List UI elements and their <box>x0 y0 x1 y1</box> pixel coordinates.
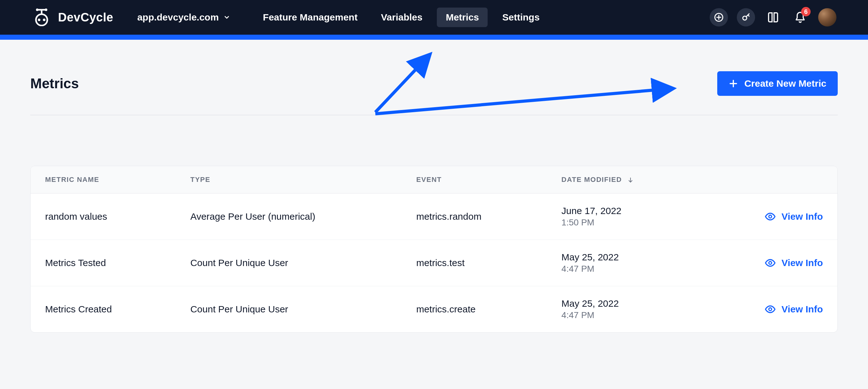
api-keys-button[interactable] <box>737 8 755 27</box>
time-value: 1:50 PM <box>561 218 694 228</box>
cell-name: Metrics Tested <box>31 240 176 286</box>
create-metric-label: Create New Metric <box>744 78 826 89</box>
view-info-link[interactable]: View Info <box>723 303 823 315</box>
chevron-down-icon <box>223 14 230 21</box>
metrics-table: METRIC NAME TYPE EVENT DATE MODIFIED ran… <box>31 166 837 332</box>
col-header-name[interactable]: METRIC NAME <box>31 166 176 194</box>
docs-button[interactable] <box>764 8 782 27</box>
col-header-actions <box>708 166 837 194</box>
cell-event: metrics.random <box>402 194 547 240</box>
cell-date: June 17, 2022 1:50 PM <box>547 194 708 240</box>
eye-icon <box>765 303 776 315</box>
cell-type: Count Per Unique User <box>176 240 402 286</box>
nav-metrics[interactable]: Metrics <box>437 7 488 27</box>
devcycle-logo-icon <box>32 8 52 26</box>
svg-line-12 <box>748 15 749 17</box>
view-info-label: View Info <box>782 258 823 268</box>
cell-date: May 25, 2022 4:47 PM <box>547 240 708 286</box>
page-header: Metrics Create New Metric <box>30 40 838 116</box>
svg-point-18 <box>769 215 772 218</box>
book-icon <box>767 11 779 23</box>
cell-type: Average Per User (numerical) <box>176 194 402 240</box>
time-value: 4:47 PM <box>561 264 694 274</box>
notifications-button[interactable]: 6 <box>791 8 809 27</box>
cell-type: Count Per Unique User <box>176 286 402 332</box>
top-nav: DevCycle app.devcycle.com Feature Manage… <box>0 0 868 35</box>
project-label: app.devcycle.com <box>137 12 219 23</box>
user-avatar[interactable] <box>818 8 836 27</box>
view-info-label: View Info <box>782 304 823 315</box>
svg-point-1 <box>38 19 40 21</box>
cell-actions: View Info <box>708 194 837 240</box>
brand-name: DevCycle <box>58 11 113 24</box>
plus-icon <box>728 79 738 88</box>
brand-logo[interactable]: DevCycle <box>32 8 113 26</box>
project-selector[interactable]: app.devcycle.com <box>137 12 230 23</box>
svg-point-2 <box>43 19 45 21</box>
table-row: Metrics Tested Count Per Unique User met… <box>31 240 837 286</box>
page-content: Metrics Create New Metric METRIC NAME TY… <box>0 40 868 345</box>
time-value: 4:47 PM <box>561 310 694 320</box>
create-metric-button[interactable]: Create New Metric <box>717 71 838 96</box>
nav-variables[interactable]: Variables <box>372 7 432 27</box>
nav-accent-bar <box>0 35 868 40</box>
metrics-table-card: METRIC NAME TYPE EVENT DATE MODIFIED ran… <box>30 166 838 332</box>
plus-circle-icon <box>714 12 723 22</box>
date-value: May 25, 2022 <box>561 298 694 309</box>
key-icon <box>741 12 751 22</box>
col-header-type[interactable]: TYPE <box>176 166 402 194</box>
col-header-event[interactable]: EVENT <box>402 166 547 194</box>
view-info-label: View Info <box>782 211 823 222</box>
date-value: June 17, 2022 <box>561 205 694 216</box>
nav-links: Feature Management Variables Metrics Set… <box>254 7 549 27</box>
cell-date: May 25, 2022 4:47 PM <box>547 286 708 332</box>
cell-actions: View Info <box>708 240 837 286</box>
page-title: Metrics <box>30 76 79 91</box>
arrow-down-icon <box>627 177 634 183</box>
col-header-date-modified[interactable]: DATE MODIFIED <box>547 166 708 194</box>
create-button[interactable] <box>710 8 728 27</box>
table-row: Metrics Created Count Per Unique User me… <box>31 286 837 332</box>
nav-settings[interactable]: Settings <box>493 7 548 27</box>
notification-badge: 6 <box>801 7 811 17</box>
eye-icon <box>765 211 776 222</box>
nav-feature-management[interactable]: Feature Management <box>254 7 367 27</box>
eye-icon <box>765 257 776 268</box>
svg-point-19 <box>769 262 772 264</box>
view-info-link[interactable]: View Info <box>723 257 823 268</box>
cell-name: random values <box>31 194 176 240</box>
cell-name: Metrics Created <box>31 286 176 332</box>
svg-point-0 <box>36 14 47 26</box>
cell-event: metrics.create <box>402 286 547 332</box>
cell-actions: View Info <box>708 286 837 332</box>
svg-point-20 <box>769 308 772 311</box>
view-info-link[interactable]: View Info <box>723 211 823 222</box>
table-row: random values Average Per User (numerica… <box>31 194 837 240</box>
nav-right: 6 <box>710 8 836 27</box>
date-value: May 25, 2022 <box>561 252 694 263</box>
cell-event: metrics.test <box>402 240 547 286</box>
